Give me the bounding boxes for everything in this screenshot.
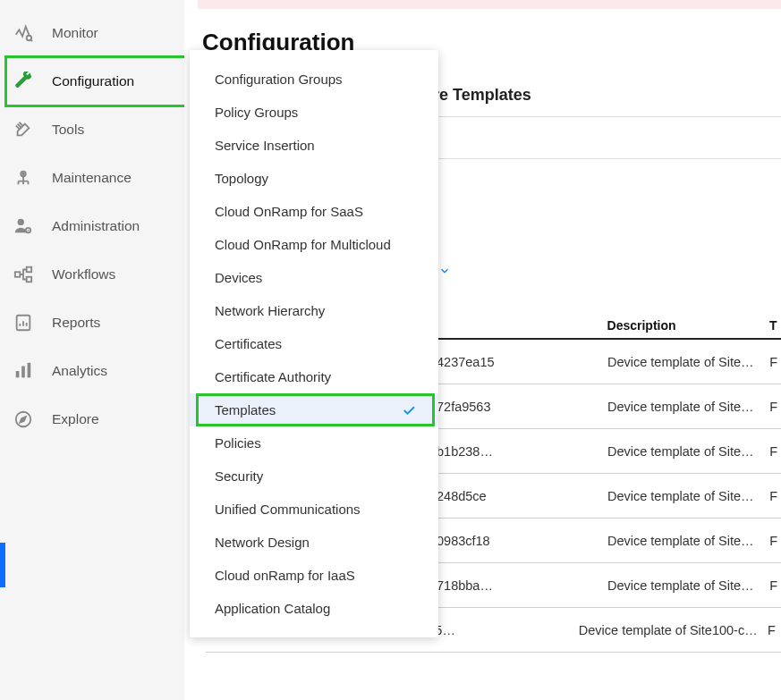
svg-rect-12: [28, 363, 31, 378]
table-row[interactable]: b1b238… Device template of Site200-cE2 w…: [433, 429, 781, 474]
sidebar-item-workflows[interactable]: Workflows: [0, 250, 184, 299]
sidebar-item-maintenance[interactable]: Maintenance: [0, 154, 184, 202]
sidebar-item-label: Tools: [52, 122, 84, 138]
chevron-down-icon[interactable]: [438, 265, 451, 277]
sidebar-item-administration[interactable]: Administration: [0, 202, 184, 250]
dropdown-item-devices[interactable]: Devices: [190, 261, 438, 294]
analytics-icon: [13, 360, 34, 382]
workflows-icon: [13, 264, 34, 285]
check-icon: [401, 402, 417, 418]
cell-description: Device template of Site400-cE1 wit…: [607, 355, 769, 369]
dropdown-item-service-insertion[interactable]: Service Insertion: [190, 129, 438, 162]
configuration-dropdown: Configuration Groups Policy Groups Servi…: [190, 50, 438, 637]
compass-icon: [13, 409, 34, 430]
svg-rect-8: [27, 277, 31, 283]
dropdown-item-label: Unified Communications: [215, 502, 361, 517]
dropdown-item-policy-groups[interactable]: Policy Groups: [190, 96, 438, 129]
divider: [433, 158, 781, 159]
table-row[interactable]: 0983cf18 Device template of Site500-cE2 …: [433, 519, 781, 563]
dropdown-item-label: Templates: [215, 402, 276, 417]
table-row[interactable]: 4237ea15 Device template of Site400-cE1 …: [433, 340, 781, 384]
sidebar-item-label: Maintenance: [52, 170, 132, 186]
dropdown-item-application-catalog[interactable]: Application Catalog: [190, 592, 438, 625]
dropdown-item-topology[interactable]: Topology: [190, 162, 438, 195]
dropdown-item-label: Certificate Authority: [215, 369, 331, 384]
cell-extra: F: [769, 534, 781, 548]
table-row[interactable]: 248d5ce Device template of Site500-cE1 w…: [433, 474, 781, 519]
dropdown-item-network-design[interactable]: Network Design: [190, 526, 438, 559]
sidebar-item-label: Monitor: [52, 25, 98, 41]
sidebar-item-label: Workflows: [52, 266, 115, 283]
dropdown-item-label: Network Design: [215, 535, 310, 550]
cell-description: Device template of Site100-cE2 wit…: [579, 623, 768, 637]
cell-description: Device template of Site200-cE1 wit…: [607, 400, 769, 414]
dropdown-item-label: Policy Groups: [215, 105, 298, 120]
reports-icon: [13, 312, 34, 333]
templates-table: Description T 4237ea15 Device template o…: [433, 304, 781, 653]
cell-name: 248d5ce: [433, 489, 607, 503]
dropdown-item-label: Configuration Groups: [215, 72, 343, 87]
dropdown-item-unified-communications[interactable]: Unified Communications: [190, 493, 438, 526]
cell-extra: F: [769, 400, 781, 414]
dropdown-item-configuration-groups[interactable]: Configuration Groups: [190, 63, 438, 96]
wrench-icon: [13, 71, 34, 92]
dropdown-item-templates[interactable]: Templates: [190, 393, 438, 426]
admin-icon: [13, 215, 34, 237]
monitor-icon: [13, 22, 34, 44]
dropdown-item-certificate-authority[interactable]: Certificate Authority: [190, 360, 438, 393]
cell-name: b1b238…: [433, 444, 607, 459]
sub-header-fragment: re Templates: [433, 86, 531, 105]
cell-name: 4237ea15: [433, 355, 607, 369]
table-row[interactable]: 72fa9563 Device template of Site200-cE1 …: [433, 384, 781, 429]
sidebar-item-label: Analytics: [52, 363, 107, 379]
table-header-description[interactable]: Description: [607, 318, 769, 333]
sidebar-item-analytics[interactable]: Analytics: [0, 347, 184, 395]
dropdown-item-cloud-onramp-saas[interactable]: Cloud OnRamp for SaaS: [190, 195, 438, 228]
cell-description: Device template of Site500-cE1 wit…: [607, 489, 769, 503]
cell-extra: F: [769, 578, 781, 593]
main-content: Configuration re Templates Configuration…: [184, 0, 781, 700]
dropdown-item-label: Topology: [215, 171, 268, 186]
tools-icon: [13, 119, 34, 140]
dropdown-item-cloud-onramp-iaas[interactable]: Cloud onRamp for IaaS: [190, 559, 438, 592]
dropdown-item-certificates[interactable]: Certificates: [190, 327, 438, 360]
dropdown-item-label: Security: [215, 468, 263, 484]
cell-name: 0983cf18: [433, 534, 607, 548]
sidebar-item-label: Reports: [52, 315, 100, 331]
cell-name: 718bba…: [433, 578, 607, 593]
dropdown-item-label: Application Catalog: [215, 601, 330, 616]
sidebar-item-configuration[interactable]: Configuration: [0, 57, 184, 105]
svg-rect-7: [27, 267, 31, 273]
dropdown-item-security[interactable]: Security: [190, 460, 438, 493]
svg-rect-6: [15, 272, 21, 277]
sidebar-item-monitor[interactable]: Monitor: [0, 9, 184, 57]
dropdown-item-label: Devices: [215, 270, 262, 285]
dropdown-item-network-hierarchy[interactable]: Network Hierarchy: [190, 294, 438, 327]
svg-point-2: [22, 173, 24, 175]
table-row[interactable]: 718bba… Device template of Site100-cE1 w…: [433, 563, 781, 608]
divider: [433, 116, 781, 117]
cell-extra: F: [769, 489, 781, 503]
sidebar-accent: [0, 543, 5, 587]
dropdown-item-cloud-onramp-multicloud[interactable]: Cloud OnRamp for Multicloud: [190, 228, 438, 261]
sidebar-item-label: Administration: [52, 218, 140, 234]
cell-description: Device template of Site100-cE1 wit…: [607, 578, 769, 593]
cell-name: 72fa9563: [433, 400, 607, 414]
cell-extra: F: [769, 444, 781, 459]
svg-point-3: [18, 219, 24, 225]
sidebar-item-tools[interactable]: Tools: [0, 105, 184, 154]
sidebar: Monitor Configuration Tools Maintenance …: [0, 0, 184, 700]
sidebar-item-label: Configuration: [52, 73, 134, 89]
svg-rect-11: [21, 367, 25, 378]
dropdown-item-label: Certificates: [215, 336, 282, 351]
sidebar-item-reports[interactable]: Reports: [0, 299, 184, 347]
table-header-extra[interactable]: T: [769, 318, 781, 333]
dropdown-item-policies[interactable]: Policies: [190, 426, 438, 460]
cell-description: Device template of Site200-cE2 wit…: [607, 444, 769, 459]
cell-extra: F: [769, 355, 781, 369]
dropdown-item-label: Policies: [215, 435, 261, 451]
table-header: Description T: [433, 304, 781, 340]
sidebar-item-explore[interactable]: Explore: [0, 395, 184, 443]
svg-rect-10: [16, 371, 20, 377]
maintenance-icon: [13, 167, 34, 189]
